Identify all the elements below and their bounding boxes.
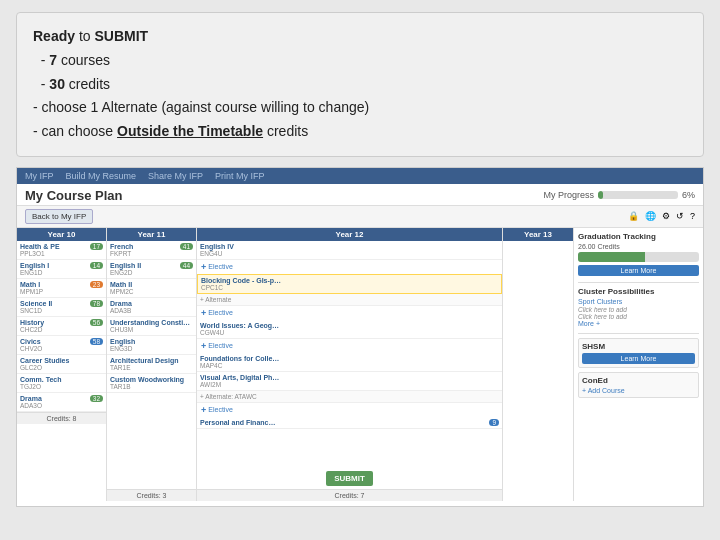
submit-label: SUBMIT xyxy=(95,28,149,44)
list-item: Foundations for Colle… MAP4C xyxy=(197,353,502,372)
progress-bar-outer xyxy=(598,191,678,199)
graduation-tracking-section: Graduation Tracking 26.00 Credits Learn … xyxy=(578,232,699,276)
plus-icon-1: + xyxy=(201,262,206,272)
credits-bar xyxy=(578,252,699,262)
add-elective-1[interactable]: + Elective xyxy=(197,260,502,274)
year-columns: Year 10 Health & PE 17 PPL3O1 English I … xyxy=(17,228,573,501)
coned-section: ConEd + Add Course xyxy=(578,372,699,398)
list-item: Architectural Design TAR1E xyxy=(107,355,196,374)
shsm-section: SHSM Learn More xyxy=(578,338,699,368)
list-item: English IV ENG4U xyxy=(197,241,502,260)
list-item: Drama ADA3B xyxy=(107,298,196,317)
inner-nav-bar: My IFP Build My Resume Share My IFP Prin… xyxy=(17,168,703,184)
list-item: English II 44 ENG2D xyxy=(107,260,196,279)
nav-myifp[interactable]: My IFP xyxy=(25,171,54,181)
ready-label: Ready xyxy=(33,28,75,44)
credits-fill xyxy=(578,252,645,262)
info-card: Ready to SUBMIT - 7 courses - 30 credits… xyxy=(16,12,704,157)
year10-column: Year 10 Health & PE 17 PPL3O1 English I … xyxy=(17,228,107,501)
learn-more-shsm-btn[interactable]: Learn More xyxy=(582,353,695,364)
year11-credits: Credits: 3 xyxy=(107,489,196,501)
alternate-item-2: + Alternate: ATAWC xyxy=(197,391,502,403)
inner-app-screenshot: My IFP Build My Resume Share My IFP Prin… xyxy=(16,167,704,507)
info-line5: - can choose Outside the Timetable credi… xyxy=(33,120,687,144)
list-item: Understanding Consti… CHU3M xyxy=(107,317,196,336)
year11-header: Year 11 xyxy=(107,228,196,241)
cluster-title: Cluster Possibilities xyxy=(578,287,699,296)
list-item: World Issues: A Geog… CGW4U xyxy=(197,320,502,339)
inner-toolbar: Back to My IFP 🔒 🌐 ⚙ ↺ ? xyxy=(17,206,703,228)
list-item: English ENG3D xyxy=(107,336,196,355)
progress-percent: 6% xyxy=(682,190,695,200)
list-item: Comm. Tech TGJ2O xyxy=(17,374,106,393)
add-elective-3[interactable]: + Elective xyxy=(197,339,502,353)
cluster-item-1[interactable]: Sport Clusters xyxy=(578,298,699,305)
list-item: Visual Arts, Digital Ph… AWI2M xyxy=(197,372,502,391)
list-item: Math II MPM2C xyxy=(107,279,196,298)
list-item: Civics 58 CHV2O xyxy=(17,336,106,355)
graduation-tracking-title: Graduation Tracking xyxy=(578,232,699,241)
back-btn[interactable]: Back to My IFP xyxy=(25,209,93,224)
divider-1 xyxy=(578,282,699,283)
list-item: English I 14 ENG1D xyxy=(17,260,106,279)
alternate-item-1: + Alternate xyxy=(197,294,502,306)
inner-app-header: My Course Plan My Progress 6% xyxy=(17,184,703,206)
add-elective-2[interactable]: + Elective xyxy=(197,306,502,320)
year12-credits: Credits: 7 xyxy=(197,489,502,501)
cluster-click-add-1[interactable]: Click here to add xyxy=(578,306,699,313)
list-item: Custom Woodworking TAR1B xyxy=(107,374,196,393)
info-line2: - 7 courses xyxy=(33,49,687,73)
year12-header: Year 12 xyxy=(197,228,502,241)
list-item: Personal and Financ… 9 xyxy=(197,417,502,429)
settings-icon[interactable]: ⚙ xyxy=(662,211,670,221)
info-line3: - 30 credits xyxy=(33,73,687,97)
submit-button[interactable]: SUBMIT xyxy=(326,471,373,486)
shsm-title: SHSM xyxy=(582,342,695,351)
plus-icon-3: + xyxy=(201,341,206,351)
plus-icon-2: + xyxy=(201,308,206,318)
coned-title: ConEd xyxy=(582,376,695,385)
year10-credits: Credits: 8 xyxy=(17,412,106,424)
year10-header: Year 10 xyxy=(17,228,106,241)
list-item: Math I 23 MPM1P xyxy=(17,279,106,298)
year11-column: Year 11 French 41 FKPRT English II 44 EN… xyxy=(107,228,197,501)
add-elective-4[interactable]: + Elective xyxy=(197,403,502,417)
credits-count: 26.00 Credits xyxy=(578,243,699,250)
info-line1: Ready to SUBMIT xyxy=(33,25,687,49)
info-line4: - choose 1 Alternate (against course wil… xyxy=(33,96,687,120)
page-container: Ready to SUBMIT - 7 courses - 30 credits… xyxy=(0,0,720,540)
list-item: French 41 FKPRT xyxy=(107,241,196,260)
progress-bar-inner xyxy=(598,191,603,199)
nav-print[interactable]: Print My IFP xyxy=(215,171,265,181)
year13-column: Year 13 xyxy=(503,228,573,501)
year12-column: Year 12 English IV ENG4U + Elective Bloc… xyxy=(197,228,503,501)
progress-area: My Progress 6% xyxy=(543,190,695,200)
plan-title: My Course Plan xyxy=(25,188,123,203)
list-item: Health & PE 17 PPL3O1 xyxy=(17,241,106,260)
list-item: Career Studies GLC2O xyxy=(17,355,106,374)
right-panel: Graduation Tracking 26.00 Credits Learn … xyxy=(573,228,703,501)
learn-more-graduation-btn[interactable]: Learn More xyxy=(578,265,699,276)
list-item: Drama 32 ADA3O xyxy=(17,393,106,412)
globe-icon[interactable]: 🌐 xyxy=(645,211,656,221)
nav-build-resume[interactable]: Build My Resume xyxy=(66,171,137,181)
inner-main: Year 10 Health & PE 17 PPL3O1 English I … xyxy=(17,228,703,501)
cluster-click-add-2[interactable]: Click here to add xyxy=(578,313,699,320)
year13-header: Year 13 xyxy=(503,228,573,241)
list-item: Blocking Code - GIs-p… CPC1C xyxy=(197,274,502,294)
cluster-possibilities-section: Cluster Possibilities Sport Clusters Cli… xyxy=(578,287,699,327)
list-item: Science II 78 SNC1D xyxy=(17,298,106,317)
help-icon[interactable]: ? xyxy=(690,211,695,221)
coned-add-course[interactable]: + Add Course xyxy=(582,387,695,394)
outside-timetable-link[interactable]: Outside the Timetable xyxy=(117,123,263,139)
divider-2 xyxy=(578,333,699,334)
lock-icon[interactable]: 🔒 xyxy=(628,211,639,221)
courses-area: Year 10 Health & PE 17 PPL3O1 English I … xyxy=(17,228,573,501)
cluster-more[interactable]: More + xyxy=(578,320,699,327)
progress-label: My Progress xyxy=(543,190,594,200)
plus-icon-4: + xyxy=(201,405,206,415)
list-item: History 56 CHC2D xyxy=(17,317,106,336)
refresh-icon[interactable]: ↺ xyxy=(676,211,684,221)
nav-share[interactable]: Share My IFP xyxy=(148,171,203,181)
